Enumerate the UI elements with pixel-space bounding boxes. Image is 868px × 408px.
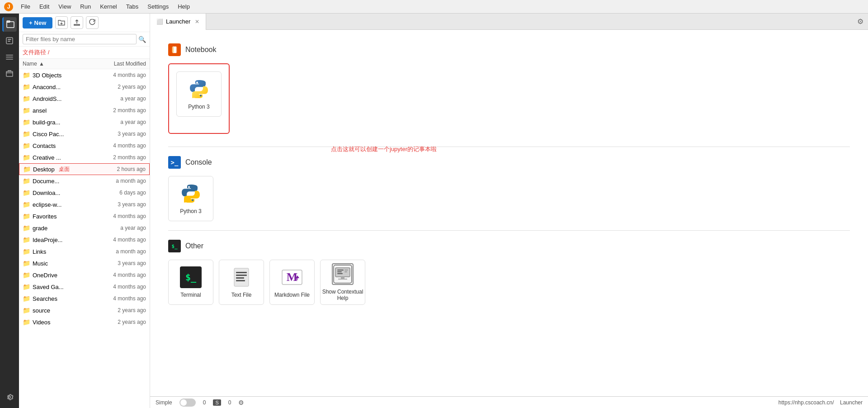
count1: 0 [203,399,206,406]
file-name-cell: 📁 Cisco Pac... [23,130,92,138]
menu-settings[interactable]: Settings [144,2,172,11]
menu-run[interactable]: Run [76,2,94,11]
app-layout: + + New 🔍 文件路径 / Name [0,14,868,408]
folder-icon: 📁 [23,154,30,161]
file-date-cell: a month ago [92,178,146,184]
folder-icon: 📁 [23,83,30,90]
file-name-cell: 📁 Saved Ga... [23,283,92,290]
notebook-section-icon [168,43,181,56]
file-date-cell: 4 months ago [92,72,146,78]
python3-console-button[interactable]: Python 3 [168,176,213,221]
status-right: https://nhp.cscoach.cn/ Launcher [778,399,863,406]
svg-rect-11 [6,71,13,76]
console-section-title: Console [185,158,212,166]
svg-rect-26 [341,277,344,279]
launcher-content: Notebook [150,30,868,396]
svg-rect-17 [236,272,247,273]
launcher-tab[interactable]: ⬜ Launcher ✕ [150,14,206,30]
file-row[interactable]: 📁 AndroidS... a year ago [19,93,150,104]
menu-file[interactable]: File [17,2,34,11]
file-name-text: Saved Ga... [33,284,64,290]
file-row[interactable]: 📁 Anacond... 2 years ago [19,81,150,93]
sidebar-running-icon[interactable] [2,33,17,48]
markdown-button[interactable]: M Markdown File [269,260,315,305]
tab-close-button[interactable]: ✕ [195,19,199,25]
file-date-cell: a month ago [92,248,146,255]
file-name-cell: 📁 build-gra... [23,119,92,126]
menu-view[interactable]: View [55,2,75,11]
file-name-text: grade [33,225,47,232]
python3-notebook-label: Python 3 [188,104,209,110]
path-value: / [48,49,50,56]
file-row[interactable]: 📁 Saved Ga... 4 months ago [19,281,150,293]
tab-bar: ⬜ Launcher ✕ ⚙ [150,14,868,30]
file-row[interactable]: 📁 eclipse-w... 3 years ago [19,199,150,210]
textfile-button[interactable]: Text File [219,260,264,305]
terminal-button[interactable]: $_ Terminal [168,260,213,305]
col-name-header[interactable]: Name ▲ [23,61,92,67]
menu-kernel[interactable]: Kernel [96,2,121,11]
folder-icon: 📁 [23,166,31,173]
file-row[interactable]: 📁 ansel 2 months ago [19,104,150,116]
file-row[interactable]: 📁 Music 3 years ago [19,257,150,269]
contextual-help-button[interactable]: Show Contextual Help [320,260,365,305]
settings-gear-icon[interactable]: ⚙ [238,399,244,406]
search-icon[interactable]: 🔍 [138,36,146,43]
file-row[interactable]: 📁 Creative ... 2 months ago [19,152,150,163]
file-row[interactable]: 📁 Contacts 4 months ago [19,140,150,152]
file-row[interactable]: 📁 Favorites 4 months ago [19,210,150,222]
col-date-header[interactable]: Last Modified [92,61,146,67]
svg-rect-30 [337,273,343,274]
main-settings-icon[interactable]: ⚙ [857,17,863,26]
file-name-text: ansel [33,107,47,114]
file-row[interactable]: 📁 build-gra... a year ago [19,116,150,128]
svg-rect-31 [344,270,348,270]
section-divider-1 [168,147,850,147]
folder-icon: 📁 [23,189,30,196]
refresh-button[interactable] [86,16,99,29]
python3-notebook-button[interactable]: Python 3 [176,71,222,117]
mode-label: Simple [156,399,172,406]
menu-tabs[interactable]: Tabs [123,2,142,11]
file-name-cell: 📁 ansel [23,107,92,114]
count2: 0 [228,399,231,406]
upload-button[interactable] [71,16,83,29]
other-section-icon: $_ [168,240,181,252]
icon-sidebar [0,14,19,408]
file-row[interactable]: 📁 Desktop 桌面 2 hours ago [19,163,150,175]
file-row[interactable]: 📁 grade a year ago [19,222,150,234]
status-bar: Simple 0 S 0 ⚙ https://nhp.cscoach.cn/ L… [150,396,868,408]
sidebar-tabs-icon[interactable] [2,66,17,81]
file-row[interactable]: 📁 3D Objects 4 months ago [19,69,150,81]
file-row[interactable]: 📁 Links a month ago [19,246,150,257]
file-row[interactable]: 📁 OneDrive 4 months ago [19,269,150,281]
search-input[interactable] [23,34,137,44]
file-row[interactable]: 📁 Cisco Pac... 3 years ago [19,128,150,140]
folder-icon: 📁 [23,95,30,102]
menu-help[interactable]: Help [174,2,193,11]
sidebar-settings-icon[interactable] [2,390,17,404]
file-row[interactable]: 📁 source 2 years ago [19,304,150,316]
new-button[interactable]: + + New [23,17,52,28]
new-folder-button[interactable] [55,16,68,29]
file-name-text: eclipse-w... [33,201,61,208]
status-url: https://nhp.cscoach.cn/ [778,399,834,406]
sidebar-files-icon[interactable] [2,17,17,32]
file-name-cell: 📁 Music [23,260,92,267]
notebook-section-box: Python 3 [168,63,230,134]
sidebar-commands-icon[interactable] [2,50,17,64]
mode-toggle[interactable] [179,399,196,407]
file-row[interactable]: 📁 Videos 2 years ago [19,316,150,328]
file-row[interactable]: 📁 Docume... a month ago [19,175,150,187]
folder-icon: 📁 [23,213,30,220]
search-bar: 🔍 [19,32,150,47]
file-name-text: 3D Objects [33,72,61,79]
menu-edit[interactable]: Edit [36,2,53,11]
folder-icon: 📁 [23,142,30,149]
svg-rect-19 [236,277,244,279]
folder-icon: 📁 [23,201,30,208]
file-row[interactable]: 📁 Downloa... 6 days ago [19,187,150,199]
folder-icon: 📁 [23,224,30,232]
file-row[interactable]: 📁 Searches 4 months ago [19,293,150,304]
file-row[interactable]: 📁 IdeaProje... 4 months ago [19,234,150,246]
